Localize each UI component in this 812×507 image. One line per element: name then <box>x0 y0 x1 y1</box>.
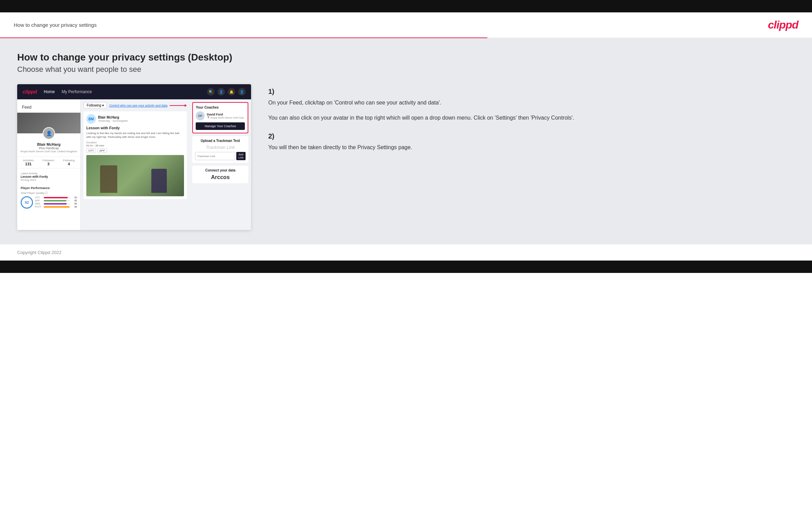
player-performance: Player Performance Total Player Quality … <box>17 184 80 211</box>
header-title: How to change your privacy settings <box>14 22 97 28</box>
instructions: 1) On your Feed, click/tap on 'Control w… <box>265 84 795 162</box>
svg-marker-1 <box>185 104 187 107</box>
golfer-figure-1 <box>100 165 117 193</box>
arrow-right-icon <box>170 103 187 108</box>
add-link-button[interactable]: Add Link <box>236 152 246 160</box>
app-nav-logo: clippd <box>23 89 37 95</box>
performance-bars: OTT 90 APP 85 ARG <box>35 196 77 209</box>
profile-banner: 👤 <box>17 113 80 133</box>
post-title: Lesson with Fordy <box>86 126 184 130</box>
connect-data-card: Connect your data Arccos <box>192 166 248 183</box>
trackman-title: Upload a Trackman Test <box>195 139 246 143</box>
arccos-title: Arccos <box>195 174 246 180</box>
profile-avatar: 👤 <box>43 127 55 140</box>
app-nav-home: Home <box>44 89 55 94</box>
instruction-text-1a: On your Feed, click/tap on 'Control who … <box>268 98 795 107</box>
profile-name: Blair McHarg <box>20 142 78 146</box>
latest-activity-section: Latest Activity Lesson with Fordy 03 Aug… <box>17 170 80 183</box>
page-subheading: Choose what you want people to see <box>17 65 795 74</box>
ott-tag: OTT <box>86 148 96 153</box>
stat-activities: Activities 131 <box>23 159 34 166</box>
post-card: BM Blair McHarg Yesterday · Sunningdale … <box>84 111 187 199</box>
app-feed: Following ▾ Control who can see your act… <box>81 99 190 230</box>
trackman-input[interactable] <box>195 152 235 160</box>
trackman-placeholder: Trackman Link <box>195 145 246 150</box>
coach-item: DF David Ford 📍 Royal North Devon Golf C… <box>196 111 245 120</box>
app-nav-performance: My Performance <box>62 89 92 94</box>
stat-followers: Followers 3 <box>43 159 54 166</box>
coaches-title: Your Coaches <box>196 106 245 109</box>
connect-data-title: Connect your data <box>195 168 246 172</box>
trackman-card: Upload a Trackman Test Trackman Link Add… <box>192 136 248 163</box>
post-image <box>86 155 184 196</box>
avatar-icon[interactable]: 👤 <box>238 88 246 96</box>
quality-score: 92 <box>21 196 33 209</box>
coaches-card: Your Coaches DF David Ford 📍 Royal North… <box>192 102 248 133</box>
app-nav-icons: 🔍 👤 🔔 👤 <box>207 88 246 96</box>
trackman-input-row: Add Link <box>195 152 246 160</box>
footer: Copyright Clippd 2022 <box>0 244 812 261</box>
copyright-text: Copyright Clippd 2022 <box>17 250 62 255</box>
feed-tab[interactable]: Feed <box>17 102 80 113</box>
app-tag: APP <box>97 148 107 153</box>
coach-info: David Ford 📍 Royal North Devon Golf Club <box>207 113 244 119</box>
golfer-figure-2 <box>151 169 167 193</box>
app-right-panel: Your Coaches DF David Ford 📍 Royal North… <box>190 99 251 230</box>
instruction-number-2: 2) <box>268 132 795 140</box>
post-duration: Duration01 hr : 30 min <box>86 141 184 147</box>
person-icon[interactable]: 👤 <box>217 88 225 96</box>
top-bar <box>0 0 812 12</box>
control-privacy-link[interactable]: Control who can see your activity and da… <box>109 104 167 107</box>
instruction-number-1: 1) <box>268 88 795 96</box>
clippd-logo: clippd <box>768 19 798 31</box>
page-heading: How to change your privacy settings (Des… <box>17 52 795 63</box>
post-meta: Blair McHarg Yesterday · Sunningdale <box>98 115 184 122</box>
search-icon[interactable]: 🔍 <box>207 88 215 96</box>
profile-info: Blair McHarg Plus Handicap Royal North D… <box>17 141 80 154</box>
main-content: How to change your privacy settings (Des… <box>0 38 812 244</box>
instruction-2: 2) You will then be taken directly to th… <box>268 132 795 152</box>
stat-following: Following 4 <box>63 159 75 166</box>
bottom-bar <box>0 261 812 273</box>
app-sidebar: Feed 👤 Blair McHarg Plus Handicap Royal … <box>17 99 81 230</box>
post-body: Looking to feel like my hands are exitin… <box>86 131 184 139</box>
instruction-1: 1) On your Feed, click/tap on 'Control w… <box>268 88 795 122</box>
feed-header: Following ▾ Control who can see your act… <box>84 102 187 109</box>
instruction-text-1b: You can also click on your avatar in the… <box>268 113 795 122</box>
profile-stats: Activities 131 Followers 3 Following 4 <box>17 156 80 168</box>
manage-coaches-button[interactable]: Manage Your Coaches <box>196 122 245 130</box>
location-icon: 📍 <box>207 116 210 119</box>
two-col-layout: clippd Home My Performance 🔍 👤 🔔 👤 Feed … <box>17 84 795 230</box>
bell-icon[interactable]: 🔔 <box>228 88 235 96</box>
profile-club: Royal North Devon Golf Club, United King… <box>20 150 78 153</box>
app-mockup: clippd Home My Performance 🔍 👤 🔔 👤 Feed … <box>17 84 251 230</box>
post-tags: OTT APP <box>86 148 184 153</box>
post-avatar: BM <box>86 114 96 124</box>
coach-avatar: DF <box>196 111 205 120</box>
following-button[interactable]: Following ▾ <box>84 102 107 109</box>
header: How to change your privacy settings clip… <box>0 12 812 37</box>
instruction-text-2: You will then be taken directly to the P… <box>268 143 795 152</box>
app-body: Feed 👤 Blair McHarg Plus Handicap Royal … <box>17 99 251 230</box>
profile-handicap: Plus Handicap <box>20 146 78 150</box>
app-nav: clippd Home My Performance 🔍 👤 🔔 👤 <box>17 84 251 99</box>
